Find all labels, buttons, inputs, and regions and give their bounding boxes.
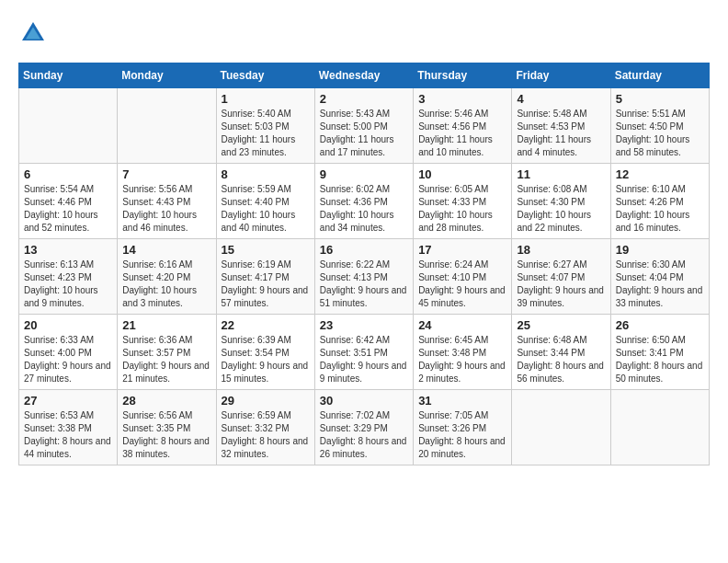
day-info: Sunrise: 5:40 AM Sunset: 5:03 PM Dayligh… [222, 108, 310, 159]
day-info: Sunrise: 6:59 AM Sunset: 3:32 PM Dayligh… [222, 409, 310, 461]
day-info: Sunrise: 7:02 AM Sunset: 3:29 PM Dayligh… [320, 409, 408, 461]
calendar-cell [610, 390, 709, 465]
weekday-header-saturday: Saturday [610, 63, 709, 88]
calendar-cell: 13Sunrise: 6:13 AM Sunset: 4:23 PM Dayli… [19, 239, 118, 315]
day-info: Sunrise: 6:10 AM Sunset: 4:26 PM Dayligh… [616, 183, 704, 235]
calendar-cell: 15Sunrise: 6:19 AM Sunset: 4:17 PM Dayli… [216, 239, 314, 315]
calendar-cell: 1Sunrise: 5:40 AM Sunset: 5:03 PM Daylig… [216, 88, 314, 164]
calendar-cell: 30Sunrise: 7:02 AM Sunset: 3:29 PM Dayli… [314, 390, 413, 465]
day-info: Sunrise: 6:16 AM Sunset: 4:20 PM Dayligh… [122, 259, 210, 310]
day-info: Sunrise: 6:48 AM Sunset: 3:44 PM Dayligh… [517, 334, 605, 385]
calendar-cell: 11Sunrise: 6:08 AM Sunset: 4:30 PM Dayli… [512, 164, 610, 239]
day-info: Sunrise: 6:08 AM Sunset: 4:30 PM Dayligh… [517, 183, 605, 235]
weekday-header-tuesday: Tuesday [216, 63, 314, 88]
calendar-cell: 20Sunrise: 6:33 AM Sunset: 4:00 PM Dayli… [19, 315, 118, 390]
calendar-cell: 6Sunrise: 5:54 AM Sunset: 4:46 PM Daylig… [19, 164, 118, 239]
day-number: 27 [24, 394, 112, 408]
day-number: 14 [122, 243, 210, 257]
day-number: 21 [122, 318, 210, 332]
day-number: 8 [222, 167, 310, 181]
calendar-cell: 10Sunrise: 6:05 AM Sunset: 4:33 PM Dayli… [414, 164, 512, 239]
day-info: Sunrise: 6:50 AM Sunset: 3:41 PM Dayligh… [616, 334, 704, 385]
calendar-cell: 7Sunrise: 5:56 AM Sunset: 4:43 PM Daylig… [118, 164, 216, 239]
calendar-cell: 9Sunrise: 6:02 AM Sunset: 4:36 PM Daylig… [314, 164, 413, 239]
calendar-cell: 17Sunrise: 6:24 AM Sunset: 4:10 PM Dayli… [414, 239, 512, 315]
calendar-cell: 31Sunrise: 7:05 AM Sunset: 3:26 PM Dayli… [414, 390, 512, 465]
weekday-header-monday: Monday [118, 63, 216, 88]
weekday-header-friday: Friday [512, 63, 610, 88]
weekday-header-row: SundayMondayTuesdayWednesdayThursdayFrid… [19, 63, 710, 88]
calendar-week-row: 13Sunrise: 6:13 AM Sunset: 4:23 PM Dayli… [19, 239, 710, 315]
day-info: Sunrise: 6:56 AM Sunset: 3:35 PM Dayligh… [122, 409, 210, 461]
day-info: Sunrise: 6:53 AM Sunset: 3:38 PM Dayligh… [24, 409, 112, 461]
logo-icon [18, 18, 48, 48]
calendar-cell: 5Sunrise: 5:51 AM Sunset: 4:50 PM Daylig… [610, 88, 709, 164]
calendar-cell [19, 88, 118, 164]
day-number: 29 [222, 394, 310, 408]
day-number: 23 [320, 318, 408, 332]
day-number: 24 [418, 318, 506, 332]
calendar-cell [512, 390, 610, 465]
calendar-cell: 19Sunrise: 6:30 AM Sunset: 4:04 PM Dayli… [610, 239, 709, 315]
day-number: 10 [418, 167, 506, 181]
day-info: Sunrise: 6:05 AM Sunset: 4:33 PM Dayligh… [418, 183, 506, 235]
day-number: 20 [24, 318, 112, 332]
calendar-cell: 28Sunrise: 6:56 AM Sunset: 3:35 PM Dayli… [118, 390, 216, 465]
day-number: 1 [222, 92, 310, 106]
calendar-cell: 14Sunrise: 6:16 AM Sunset: 4:20 PM Dayli… [118, 239, 216, 315]
day-number: 18 [517, 243, 605, 257]
calendar-week-row: 20Sunrise: 6:33 AM Sunset: 4:00 PM Dayli… [19, 315, 710, 390]
day-number: 22 [222, 318, 310, 332]
day-info: Sunrise: 6:02 AM Sunset: 4:36 PM Dayligh… [320, 183, 408, 235]
day-info: Sunrise: 5:51 AM Sunset: 4:50 PM Dayligh… [616, 108, 704, 159]
calendar-cell: 4Sunrise: 5:48 AM Sunset: 4:53 PM Daylig… [512, 88, 610, 164]
calendar-header: SundayMondayTuesdayWednesdayThursdayFrid… [19, 63, 710, 88]
day-number: 31 [418, 394, 506, 408]
day-info: Sunrise: 5:59 AM Sunset: 4:40 PM Dayligh… [222, 183, 310, 235]
day-number: 5 [616, 92, 704, 106]
calendar-cell: 27Sunrise: 6:53 AM Sunset: 3:38 PM Dayli… [19, 390, 118, 465]
day-info: Sunrise: 6:33 AM Sunset: 4:00 PM Dayligh… [24, 334, 112, 385]
calendar-week-row: 1Sunrise: 5:40 AM Sunset: 5:03 PM Daylig… [19, 88, 710, 164]
day-number: 30 [320, 394, 408, 408]
calendar-body: 1Sunrise: 5:40 AM Sunset: 5:03 PM Daylig… [19, 88, 710, 465]
calendar-cell: 18Sunrise: 6:27 AM Sunset: 4:07 PM Dayli… [512, 239, 610, 315]
calendar-cell: 16Sunrise: 6:22 AM Sunset: 4:13 PM Dayli… [314, 239, 413, 315]
page-header [18, 18, 710, 48]
calendar-cell: 26Sunrise: 6:50 AM Sunset: 3:41 PM Dayli… [610, 315, 709, 390]
calendar-cell: 22Sunrise: 6:39 AM Sunset: 3:54 PM Dayli… [216, 315, 314, 390]
calendar-cell [118, 88, 216, 164]
weekday-header-thursday: Thursday [414, 63, 512, 88]
weekday-header-sunday: Sunday [19, 63, 118, 88]
day-info: Sunrise: 6:19 AM Sunset: 4:17 PM Dayligh… [222, 259, 310, 310]
calendar-week-row: 6Sunrise: 5:54 AM Sunset: 4:46 PM Daylig… [19, 164, 710, 239]
day-info: Sunrise: 6:24 AM Sunset: 4:10 PM Dayligh… [418, 259, 506, 310]
day-number: 25 [517, 318, 605, 332]
calendar-cell: 21Sunrise: 6:36 AM Sunset: 3:57 PM Dayli… [118, 315, 216, 390]
day-number: 9 [320, 167, 408, 181]
calendar-cell: 25Sunrise: 6:48 AM Sunset: 3:44 PM Dayli… [512, 315, 610, 390]
day-info: Sunrise: 5:43 AM Sunset: 5:00 PM Dayligh… [320, 108, 408, 159]
day-info: Sunrise: 6:39 AM Sunset: 3:54 PM Dayligh… [222, 334, 310, 385]
day-number: 7 [122, 167, 210, 181]
calendar-cell: 23Sunrise: 6:42 AM Sunset: 3:51 PM Dayli… [314, 315, 413, 390]
day-number: 3 [418, 92, 506, 106]
day-number: 4 [517, 92, 605, 106]
day-number: 2 [320, 92, 408, 106]
day-number: 11 [517, 167, 605, 181]
calendar-week-row: 27Sunrise: 6:53 AM Sunset: 3:38 PM Dayli… [19, 390, 710, 465]
calendar-cell: 12Sunrise: 6:10 AM Sunset: 4:26 PM Dayli… [610, 164, 709, 239]
day-number: 19 [616, 243, 704, 257]
calendar-cell: 24Sunrise: 6:45 AM Sunset: 3:48 PM Dayli… [414, 315, 512, 390]
day-info: Sunrise: 6:22 AM Sunset: 4:13 PM Dayligh… [320, 259, 408, 310]
day-info: Sunrise: 5:46 AM Sunset: 4:56 PM Dayligh… [418, 108, 506, 159]
weekday-header-wednesday: Wednesday [314, 63, 413, 88]
logo [18, 18, 51, 48]
calendar-table: SundayMondayTuesdayWednesdayThursdayFrid… [18, 63, 710, 465]
day-number: 6 [24, 167, 112, 181]
day-info: Sunrise: 6:30 AM Sunset: 4:04 PM Dayligh… [616, 259, 704, 310]
day-info: Sunrise: 6:27 AM Sunset: 4:07 PM Dayligh… [517, 259, 605, 310]
day-info: Sunrise: 6:42 AM Sunset: 3:51 PM Dayligh… [320, 334, 408, 385]
day-info: Sunrise: 7:05 AM Sunset: 3:26 PM Dayligh… [418, 409, 506, 461]
day-info: Sunrise: 6:36 AM Sunset: 3:57 PM Dayligh… [122, 334, 210, 385]
